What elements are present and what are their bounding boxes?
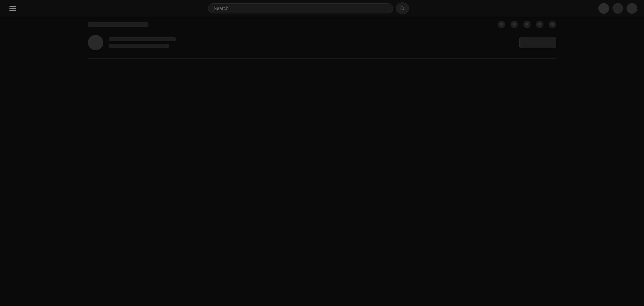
heart-icon-5[interactable]: [549, 21, 556, 28]
content-area: [0, 17, 644, 297]
svg-line-1: [403, 9, 404, 10]
heart-icon-3[interactable]: [523, 21, 531, 28]
profile-info: [109, 37, 514, 48]
menu-icon[interactable]: [7, 3, 19, 13]
profile-section: [88, 31, 556, 54]
page-title-skeleton: [88, 22, 148, 27]
search-button[interactable]: [396, 2, 409, 14]
profile-handle-skeleton: [109, 44, 169, 48]
page-header: [88, 17, 556, 31]
user-avatars: [598, 3, 637, 14]
heart-icon-2[interactable]: [511, 21, 518, 28]
avatar-3[interactable]: [627, 3, 637, 14]
follow-button[interactable]: [519, 37, 556, 48]
search-container: [208, 2, 409, 14]
avatar: [88, 35, 103, 50]
search-input[interactable]: [214, 6, 387, 11]
divider: [88, 58, 556, 59]
action-icons: [498, 21, 556, 28]
heart-icon-1[interactable]: [498, 21, 505, 28]
top-navigation: [0, 0, 644, 17]
search-input-wrapper[interactable]: [208, 3, 393, 13]
avatar-1[interactable]: [598, 3, 609, 14]
heart-icon-4[interactable]: [536, 21, 543, 28]
profile-name-skeleton: [109, 37, 176, 41]
main-content: [88, 63, 556, 297]
avatar-2[interactable]: [612, 3, 623, 14]
